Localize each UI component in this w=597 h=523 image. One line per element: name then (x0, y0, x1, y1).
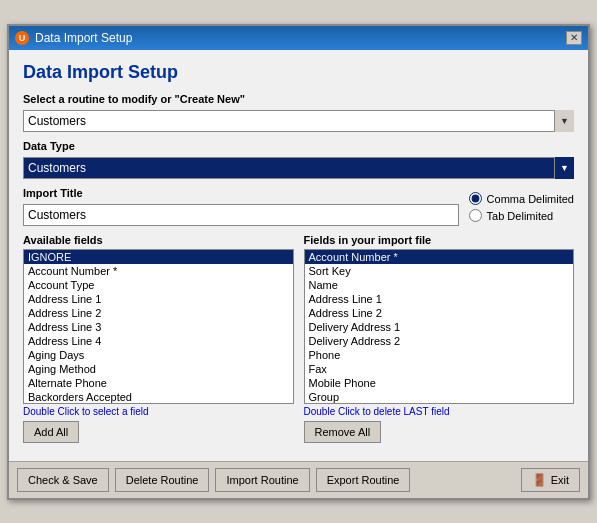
list-item[interactable]: Account Number * (24, 264, 293, 278)
comma-delimited-radio[interactable] (469, 192, 482, 205)
available-fields-list[interactable]: IGNORE Account Number * Account Type Add… (23, 249, 294, 404)
list-item[interactable]: Address Line 2 (24, 306, 293, 320)
list-item[interactable]: Backorders Accepted (24, 390, 293, 404)
list-item[interactable]: Address Line 1 (24, 292, 293, 306)
data-type-select[interactable]: Customers (23, 157, 574, 179)
lists-row: Available fields IGNORE Account Number *… (23, 234, 574, 443)
check-save-button[interactable]: Check & Save (17, 468, 109, 492)
title-bar-text: Data Import Setup (35, 31, 132, 45)
routine-select-wrapper: Customers Create New ▼ (23, 110, 574, 132)
import-fields-hint: Double Click to delete LAST field (304, 406, 575, 417)
routine-label: Select a routine to modify or "Create Ne… (23, 93, 574, 105)
import-title-label: Import Title (23, 187, 459, 199)
list-item[interactable]: Mobile Phone (305, 376, 574, 390)
list-item[interactable]: Phone (305, 348, 574, 362)
list-item[interactable]: Address Line 3 (24, 320, 293, 334)
exit-label: Exit (551, 474, 569, 486)
exit-icon: 🚪 (532, 473, 547, 487)
list-item[interactable]: Fax (305, 362, 574, 376)
list-item[interactable]: Address Line 1 (305, 292, 574, 306)
content-area: Data Import Setup Select a routine to mo… (9, 50, 588, 461)
available-fields-label: Available fields (23, 234, 294, 246)
import-title-input[interactable] (23, 204, 459, 226)
available-fields-hint: Double Click to select a field (23, 406, 294, 417)
close-button[interactable]: ✕ (566, 31, 582, 45)
list-item[interactable]: Alternate Phone (24, 376, 293, 390)
list-item[interactable]: Aging Days (24, 348, 293, 362)
list-item[interactable]: Account Type (24, 278, 293, 292)
list-item[interactable]: Group (305, 390, 574, 404)
export-routine-button[interactable]: Export Routine (316, 468, 411, 492)
routine-select[interactable]: Customers Create New (23, 110, 574, 132)
bottom-bar: Check & Save Delete Routine Import Routi… (9, 461, 588, 498)
delete-routine-button[interactable]: Delete Routine (115, 468, 210, 492)
list-item[interactable]: Name (305, 278, 574, 292)
page-title: Data Import Setup (23, 62, 574, 83)
import-fields-list[interactable]: Account Number * Sort Key Name Address L… (304, 249, 575, 404)
add-all-button[interactable]: Add All (23, 421, 79, 443)
remove-all-button[interactable]: Remove All (304, 421, 382, 443)
title-bar: U Data Import Setup ✕ (9, 26, 588, 50)
list-item[interactable]: IGNORE (24, 250, 293, 264)
exit-button[interactable]: 🚪 Exit (521, 468, 580, 492)
import-title-col: Import Title (23, 187, 459, 226)
main-window: U Data Import Setup ✕ Data Import Setup … (7, 24, 590, 500)
list-item[interactable]: Address Line 4 (24, 334, 293, 348)
list-item[interactable]: Address Line 2 (305, 306, 574, 320)
app-icon: U (15, 31, 29, 45)
list-item[interactable]: Sort Key (305, 264, 574, 278)
import-fields-section: Fields in your import file Account Numbe… (304, 234, 575, 443)
tab-delimited-radio-label[interactable]: Tab Delimited (469, 209, 574, 222)
available-fields-section: Available fields IGNORE Account Number *… (23, 234, 294, 443)
data-type-select-wrapper: Customers ▼ (23, 157, 574, 179)
list-item[interactable]: Delivery Address 2 (305, 334, 574, 348)
title-bar-left: U Data Import Setup (15, 31, 132, 45)
tab-delimited-radio[interactable] (469, 209, 482, 222)
import-fields-label: Fields in your import file (304, 234, 575, 246)
import-title-row: Import Title Comma Delimited Tab Delimit… (23, 187, 574, 226)
comma-delimited-radio-label[interactable]: Comma Delimited (469, 192, 574, 205)
data-type-label: Data Type (23, 140, 574, 152)
import-routine-button[interactable]: Import Routine (215, 468, 309, 492)
list-item[interactable]: Account Number * (305, 250, 574, 264)
list-item[interactable]: Aging Method (24, 362, 293, 376)
list-item[interactable]: Delivery Address 1 (305, 320, 574, 334)
delimiter-col: Comma Delimited Tab Delimited (469, 187, 574, 226)
